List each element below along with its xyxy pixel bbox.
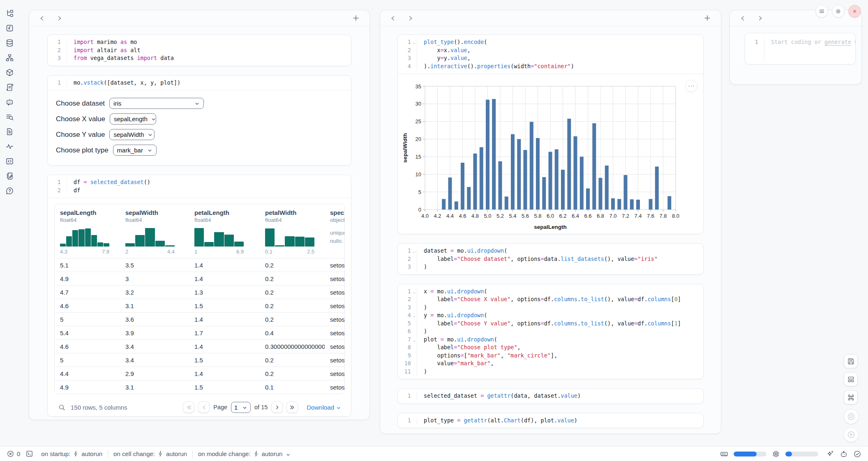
table-row[interactable]: 4.73.21.30.2setosa [55, 285, 344, 299]
settings-gear-button[interactable] [832, 5, 845, 18]
connection-status-icon[interactable] [853, 450, 861, 458]
terminal-button[interactable] [25, 450, 33, 458]
column-header[interactable]: speciesobjectunique:nulls: [325, 209, 345, 255]
fold-chevron-icon[interactable] [412, 289, 416, 293]
close-button[interactable] [848, 5, 861, 18]
chart-menu-button[interactable] [685, 80, 697, 92]
fold-chevron-icon[interactable] [412, 40, 416, 44]
sidebar-packages-icon[interactable] [5, 68, 14, 77]
cpu-icon [772, 450, 780, 458]
table-row[interactable]: 5.13.51.40.2setosa [55, 258, 344, 272]
fold-chevron-icon[interactable] [412, 337, 416, 341]
code-editor[interactable]: 1mo.vstack([dataset, x, y, plot]) [48, 76, 351, 90]
line-numbers: 123 [398, 247, 417, 271]
errors-indicator[interactable]: 0 [7, 450, 20, 458]
sidebar-scratchpad-icon[interactable] [5, 172, 14, 180]
menu-button[interactable] [815, 5, 828, 18]
on-cell-change-config[interactable]: on cell change: autorun [113, 450, 187, 457]
layout-panels-button[interactable] [844, 372, 858, 386]
sidebar-help-icon[interactable] [5, 187, 14, 195]
on-module-change-config[interactable]: on module change: autorun [198, 450, 291, 457]
code-editor[interactable]: 1selected_dataset = getattr(data, datase… [398, 389, 703, 403]
svg-text:8.0: 8.0 [672, 213, 679, 219]
table-row[interactable]: 4.93.11.50.1setosa [55, 380, 344, 394]
sidebar-database-icon[interactable] [5, 39, 14, 47]
dropdown-select[interactable]: sepalLength [110, 113, 156, 124]
first-page-button[interactable] [183, 401, 194, 413]
previous-page-button[interactable] [198, 401, 210, 413]
sidebar-dependency-graph-icon[interactable] [5, 53, 14, 62]
add-cell-icon[interactable] [704, 14, 711, 22]
code-editor[interactable]: 1 Start coding or generate with AI [745, 33, 855, 64]
chat-bot-button[interactable] [840, 450, 848, 458]
code-editor[interactable]: 1234plot_type().encode( x=x.value, y=y.v… [398, 35, 703, 74]
table-row[interactable]: 4.63.41.40.30000000000000004setosa [55, 339, 344, 353]
sidebar-documentation-icon[interactable] [5, 127, 14, 136]
keyboard-shortcuts-button[interactable] [844, 390, 858, 404]
svg-text:6.8: 6.8 [597, 213, 604, 219]
chevron-right-icon[interactable] [757, 15, 763, 21]
fold-chevron-icon[interactable] [412, 313, 416, 317]
sidebar-logs-search-icon[interactable] [5, 113, 14, 121]
code-editor[interactable]: 1234567891011x = mo.ui.dropdown( label="… [398, 284, 703, 379]
table-row[interactable]: 53.41.50.2setosa [55, 353, 344, 366]
chevron-down-icon [151, 116, 156, 122]
last-page-button[interactable] [286, 401, 298, 413]
column-header[interactable]: sepalWidthfloat6424.4 [120, 209, 189, 255]
code-editor[interactable]: 12df = selected_dataset() df [48, 175, 351, 198]
chevron-left-icon[interactable] [39, 15, 45, 21]
ram-icon [720, 450, 728, 458]
dropdown-select[interactable]: sepalWidth [109, 129, 155, 140]
column-header[interactable]: sepalLengthfloat644.37.9 [55, 209, 120, 255]
on-startup-config[interactable]: on startup: autorun [41, 450, 102, 457]
sidebar-functions-icon[interactable] [5, 24, 14, 32]
table-row[interactable]: 4.42.91.40.2setosa [55, 366, 344, 380]
column-header[interactable]: petalWidthfloat640.12.5 [260, 209, 325, 255]
editor-placeholder: Start coding or generate with AI [764, 38, 855, 61]
dropdown-select[interactable]: mark_bar [113, 145, 157, 156]
svg-text:7.4: 7.4 [634, 213, 642, 219]
search-icon[interactable] [58, 403, 66, 411]
table-row[interactable]: 53.61.40.2setosa [55, 312, 344, 326]
add-cell-icon[interactable] [352, 14, 360, 22]
chevron-right-icon[interactable] [56, 15, 62, 21]
next-page-button[interactable] [271, 401, 283, 413]
table-row[interactable]: 4.63.11.50.2setosa [55, 299, 344, 312]
fold-chevron-icon[interactable] [412, 249, 416, 253]
ram-usage-meter[interactable] [734, 452, 766, 456]
sidebar-chatbot-icon[interactable] [5, 98, 14, 106]
sidebar-tracing-icon[interactable] [5, 142, 14, 151]
code-cell: 1234567891011x = mo.ui.dropdown( label="… [397, 284, 704, 380]
dropdown-select[interactable]: iris [109, 98, 204, 109]
sidebar-file-tree-icon[interactable] [5, 9, 14, 18]
divider [192, 450, 193, 458]
sidebar-snippets-icon[interactable] [5, 157, 14, 166]
column-header[interactable]: petalLengthfloat6416.9 [189, 209, 260, 255]
page-select[interactable]: 1 [231, 402, 251, 413]
code-editor[interactable]: 1plot_type = getattr(alt.Chart(df), plot… [398, 413, 703, 428]
chevron-right-icon[interactable] [407, 15, 413, 21]
sparkles-ai-button[interactable] [826, 450, 834, 458]
run-button[interactable] [844, 427, 859, 442]
table-row[interactable]: 4.931.40.2setosa [55, 272, 344, 285]
generate-link[interactable]: generate [824, 39, 851, 45]
altair-chart[interactable]: 4.04.24.44.64.85.05.25.45.65.86.06.26.46… [398, 74, 703, 234]
row-count-summary: 150 rows, 5 columns [71, 404, 127, 411]
table-row[interactable]: 5.43.91.70.4setosa [55, 326, 344, 339]
download-button[interactable]: Download [307, 404, 341, 411]
column-histogram [265, 226, 314, 247]
notebook-column-3: 1 Start coding or generate with AI [729, 10, 862, 85]
cpu-usage-meter[interactable] [785, 452, 818, 456]
code-editor[interactable]: 123dataset = mo.ui.dropdown( label="Choo… [398, 244, 703, 274]
sidebar-scroll-icon[interactable] [5, 83, 14, 92]
chevron-left-icon[interactable] [740, 15, 746, 21]
chevron-left-icon[interactable] [390, 15, 396, 21]
svg-text:5.0: 5.0 [484, 213, 491, 219]
svg-text:4.4: 4.4 [446, 213, 454, 219]
save-button[interactable] [844, 354, 858, 368]
notebook-column-1: 123import marimo as mo import altair as … [29, 10, 370, 420]
chevron-down-icon [194, 101, 200, 106]
stop-button[interactable] [844, 409, 859, 424]
code-editor[interactable]: 123import marimo as mo import altair as … [48, 35, 351, 66]
svg-text:sepalWidth: sepalWidth [402, 133, 408, 163]
